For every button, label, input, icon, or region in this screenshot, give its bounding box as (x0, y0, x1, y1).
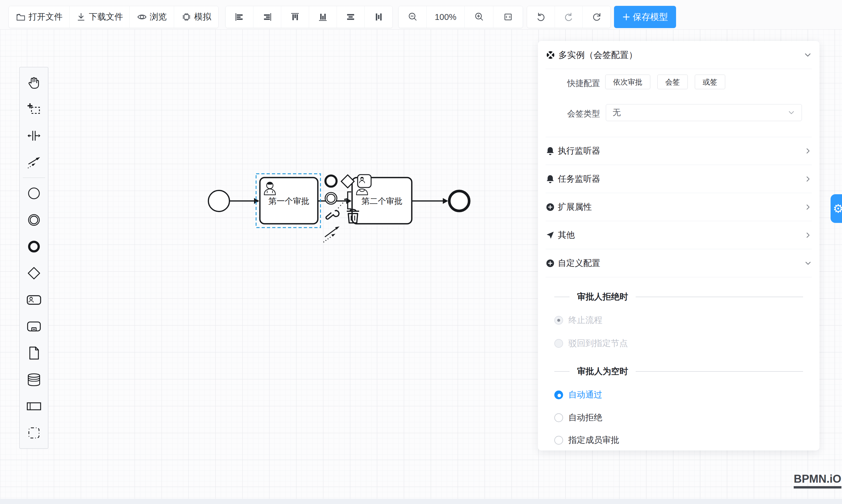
undo-icon (536, 12, 546, 22)
create-subprocess[interactable] (20, 313, 48, 340)
participant-icon (27, 399, 41, 414)
sign-type-label: 会签类型 (564, 108, 600, 119)
align-right-button[interactable] (253, 6, 281, 28)
create-user-task[interactable] (20, 286, 48, 313)
refresh-button[interactable] (583, 6, 611, 28)
bpmn-io-logo[interactable]: BPMN.iO (794, 473, 841, 488)
section-custom-config[interactable]: 自定义配置 (545, 249, 812, 277)
create-data-store[interactable] (20, 366, 48, 393)
settings-tab[interactable]: ⚙ (830, 194, 842, 223)
radio-return-to-node[interactable]: 驳回到指定节点 (554, 335, 628, 352)
start-event-shape[interactable] (208, 191, 229, 212)
task-first-approval[interactable]: 第一个审批 (260, 178, 318, 224)
radio-assign-member[interactable]: 指定成员审批 (554, 431, 619, 449)
lasso-tool[interactable] (20, 96, 48, 122)
create-start-event[interactable] (20, 180, 48, 206)
data-object-icon (27, 345, 41, 361)
create-intermediate-event[interactable] (20, 206, 48, 233)
plus-circle-icon (545, 202, 555, 212)
sign-type-select[interactable]: 无 (606, 104, 802, 121)
create-group[interactable] (20, 419, 48, 446)
panel-sections: 执行监听器 任务监听器 扩展属性 其他 (538, 137, 820, 277)
quick-option-sequential[interactable]: 依次审批 (605, 75, 650, 89)
quick-option-label: 会签 (665, 77, 680, 87)
quick-option-label: 或签 (703, 77, 717, 87)
radio-terminate-process[interactable]: 终止流程 (554, 311, 602, 329)
section-execution-listener[interactable]: 执行监听器 (545, 137, 812, 165)
zoom-out-icon (407, 12, 418, 22)
section-other[interactable]: 其他 (545, 221, 812, 249)
download-file-label: 下载文件 (89, 11, 123, 23)
palette-separator (23, 178, 45, 178)
simulate-label: 模拟 (194, 11, 211, 23)
chevron-down-icon[interactable] (804, 51, 812, 59)
zoom-reset-button[interactable] (493, 6, 523, 28)
append-intermediate-event-icon[interactable] (325, 193, 337, 204)
horizontal-scrollbar[interactable] (0, 499, 842, 504)
create-data-object[interactable] (20, 340, 48, 366)
chevron-right-icon (804, 203, 812, 211)
append-end-event-icon[interactable] (326, 176, 337, 187)
end-event-shape[interactable] (449, 191, 469, 211)
download-file-button[interactable]: 下载文件 (70, 6, 130, 28)
shape-palette (19, 67, 48, 449)
align-bottom-button[interactable] (309, 6, 337, 28)
chip-icon (181, 12, 191, 22)
section-label: 其他 (558, 229, 575, 241)
create-gateway[interactable] (20, 260, 48, 286)
align-left-button[interactable] (226, 6, 253, 28)
hand-tool[interactable] (20, 69, 48, 96)
folder-open-icon (16, 12, 26, 22)
chevron-down-icon (804, 259, 812, 267)
open-file-label: 打开文件 (29, 11, 63, 23)
radio-auto-reject[interactable]: 自动拒绝 (554, 409, 602, 427)
toolbar-file-group: 打开文件 下载文件 浏览 模拟 (8, 6, 218, 28)
empty-group-title: 审批人为空时 (577, 366, 628, 377)
logo-underline (794, 486, 841, 488)
panel-header[interactable]: 多实例（会签配置） (545, 46, 812, 64)
zoom-out-button[interactable] (399, 6, 427, 28)
radio-icon (554, 413, 563, 422)
create-participant[interactable] (20, 393, 48, 419)
save-model-button[interactable]: 保存模型 (614, 6, 676, 28)
toolbar-zoom-group: 100% (398, 6, 523, 28)
align-center-horizontal-button[interactable] (337, 6, 365, 28)
space-tool[interactable] (20, 122, 48, 149)
global-connect-tool[interactable] (20, 149, 48, 176)
start-event-icon (27, 186, 41, 201)
section-label: 扩展属性 (558, 201, 592, 213)
undo-button[interactable] (527, 6, 555, 28)
quick-option-countersign[interactable]: 会签 (657, 75, 688, 89)
create-end-event[interactable] (20, 233, 48, 260)
redo-button[interactable] (555, 6, 583, 28)
reject-group-title-row: 审批人拒绝时 (554, 288, 803, 306)
toolbar-align-group (225, 6, 393, 28)
section-extension-properties[interactable]: 扩展属性 (545, 193, 812, 221)
change-type-wrench-icon[interactable] (326, 211, 339, 219)
align-center-vertical-button[interactable] (365, 6, 392, 28)
preview-button[interactable]: 浏览 (130, 6, 174, 28)
section-task-listener[interactable]: 任务监听器 (545, 165, 812, 193)
append-user-task-icon[interactable] (358, 175, 371, 187)
connect-tool-icon[interactable] (323, 227, 339, 242)
gateway-icon (27, 266, 41, 281)
zoom-level-display[interactable]: 100% (427, 6, 465, 28)
hand-tool-icon (27, 75, 41, 90)
radio-label: 自动拒绝 (568, 412, 602, 424)
multi-instance-icon (545, 50, 556, 60)
align-top-button[interactable] (281, 6, 309, 28)
open-file-button[interactable]: 打开文件 (9, 6, 70, 28)
simulate-button[interactable]: 模拟 (174, 6, 218, 28)
plus-icon (622, 13, 630, 21)
quick-config-label: 快捷配置 (564, 78, 600, 89)
user-task-icon (27, 292, 41, 307)
subprocess-icon (27, 319, 41, 334)
quick-option-orsign[interactable]: 或签 (695, 75, 725, 89)
end-event-icon (27, 239, 41, 254)
zoom-in-button[interactable] (465, 6, 493, 28)
radio-icon (554, 436, 563, 445)
toolbar-history-group (527, 6, 611, 28)
align-bottom-icon (318, 12, 328, 22)
radio-auto-pass[interactable]: 自动通过 (554, 386, 602, 404)
sequence-flow-1-arrowhead (254, 198, 259, 204)
